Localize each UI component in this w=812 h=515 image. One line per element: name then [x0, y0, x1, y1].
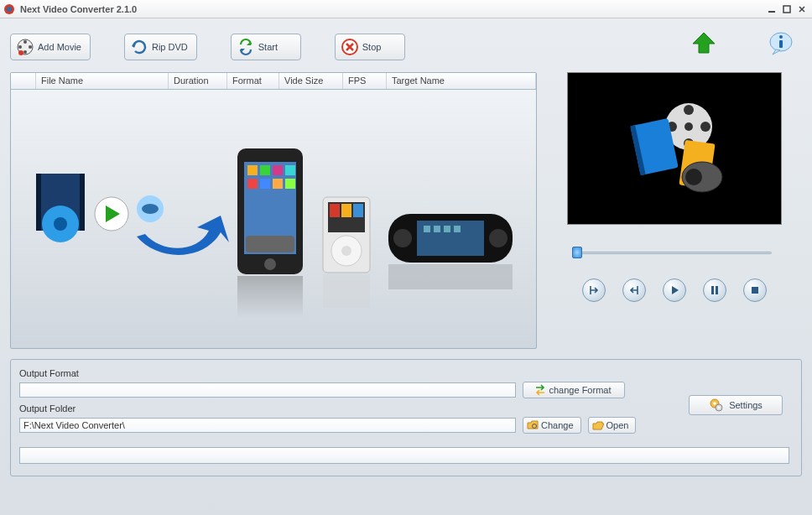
folder-search-icon — [527, 419, 539, 431]
svg-point-9 — [18, 50, 23, 55]
start-label: Start — [258, 42, 278, 52]
col-format[interactable]: Format — [227, 73, 279, 89]
rip-dvd-button[interactable]: Rip DVD — [124, 34, 197, 60]
swap-icon — [534, 383, 547, 397]
maximize-button[interactable] — [780, 3, 794, 15]
col-checkbox[interactable] — [11, 73, 36, 89]
svg-rect-37 — [341, 204, 351, 217]
settings-button[interactable]: Settings — [689, 395, 783, 415]
svg-rect-49 — [237, 276, 303, 318]
col-fps[interactable]: FPS — [343, 73, 387, 89]
svg-rect-46 — [434, 226, 440, 232]
output-folder-label: Output Folder — [19, 403, 793, 414]
svg-point-43 — [393, 229, 412, 247]
stop-label: Stop — [362, 42, 382, 52]
mark-out-button[interactable] — [622, 278, 646, 302]
svg-rect-24 — [247, 165, 258, 175]
svg-rect-30 — [273, 179, 283, 189]
svg-point-6 — [29, 45, 32, 49]
stop-playback-button[interactable] — [743, 278, 767, 302]
dvd-refresh-icon — [130, 38, 148, 56]
add-movie-button[interactable]: Add Movie — [10, 34, 91, 60]
svg-point-5 — [23, 40, 27, 44]
main-toolbar: Add Movie Rip DVD Start Stop — [10, 29, 802, 65]
col-target-name[interactable]: Target Name — [387, 73, 536, 89]
svg-point-18 — [54, 217, 67, 231]
svg-point-8 — [18, 45, 22, 49]
add-movie-label: Add Movie — [38, 42, 81, 52]
svg-point-40 — [341, 246, 351, 256]
window-title: Next Video Converter 2.1.0 — [20, 4, 763, 14]
svg-rect-2 — [768, 11, 775, 13]
background-artwork — [11, 90, 536, 348]
svg-rect-26 — [273, 165, 283, 175]
preview-pane — [567, 72, 782, 225]
output-panel: Output Format change Format Output Folde… — [10, 359, 802, 476]
change-folder-button[interactable]: Change — [523, 417, 581, 434]
svg-rect-12 — [779, 35, 783, 39]
start-button[interactable]: Start — [231, 34, 301, 60]
app-body: Add Movie Rip DVD Start Stop File Name D… — [0, 18, 812, 515]
seek-track — [579, 252, 772, 254]
svg-rect-28 — [247, 179, 258, 189]
svg-point-21 — [142, 204, 159, 214]
svg-rect-65 — [752, 287, 758, 294]
svg-rect-38 — [353, 204, 363, 217]
svg-rect-63 — [711, 286, 714, 294]
change-format-button[interactable]: change Format — [523, 382, 625, 398]
col-file-name[interactable]: File Name — [36, 73, 169, 89]
upload-arrow-icon[interactable] — [690, 31, 718, 55]
minimize-button[interactable] — [765, 3, 778, 15]
mid-row: File Name Duration Format Vide Size FPS … — [10, 72, 802, 349]
output-folder-input[interactable] — [19, 418, 516, 433]
svg-point-44 — [489, 229, 508, 247]
open-folder-label: Open — [606, 420, 629, 430]
svg-rect-64 — [716, 286, 718, 294]
svg-rect-48 — [454, 226, 461, 232]
svg-point-57 — [684, 122, 693, 131]
titlebar: Next Video Converter 2.1.0 — [0, 0, 812, 18]
svg-rect-29 — [260, 179, 270, 189]
info-icon[interactable] — [768, 30, 794, 55]
pause-button[interactable] — [703, 278, 726, 302]
mark-in-button[interactable] — [582, 278, 606, 302]
svg-rect-15 — [36, 174, 41, 231]
settings-label: Settings — [729, 400, 763, 410]
svg-rect-47 — [444, 226, 450, 232]
stop-circle-icon — [341, 38, 359, 56]
close-button[interactable] — [795, 3, 809, 15]
svg-rect-45 — [424, 226, 430, 232]
right-corner-controls — [690, 30, 794, 55]
col-duration[interactable]: Duration — [169, 73, 227, 89]
change-format-label: change Format — [549, 385, 612, 395]
svg-point-33 — [264, 258, 276, 270]
list-header: File Name Duration Format Vide Size FPS … — [11, 73, 536, 90]
film-reel-icon — [16, 38, 34, 56]
svg-point-68 — [713, 402, 716, 405]
refresh-icon — [237, 38, 255, 56]
app-icon — [3, 3, 15, 15]
svg-point-70 — [718, 407, 721, 409]
svg-point-1 — [7, 7, 12, 12]
gear-icon — [709, 398, 724, 413]
svg-rect-32 — [246, 236, 294, 252]
svg-rect-16 — [80, 174, 85, 231]
stop-button[interactable]: Stop — [335, 34, 405, 60]
output-format-input[interactable] — [19, 382, 516, 398]
seek-thumb[interactable] — [572, 247, 582, 258]
svg-rect-51 — [388, 264, 513, 289]
play-button[interactable] — [663, 278, 686, 302]
change-folder-label: Change — [541, 420, 574, 430]
svg-rect-13 — [779, 40, 783, 48]
svg-rect-31 — [285, 179, 295, 189]
open-folder-button[interactable]: Open — [588, 417, 637, 434]
progress-bar — [19, 447, 789, 464]
file-list-panel: File Name Duration Format Vide Size FPS … — [10, 72, 537, 349]
seek-slider[interactable] — [572, 245, 777, 260]
preview-column — [567, 72, 782, 349]
svg-rect-25 — [260, 165, 270, 175]
col-video-size[interactable]: Vide Size — [279, 73, 343, 89]
svg-rect-50 — [323, 274, 370, 308]
svg-point-7 — [23, 50, 27, 54]
svg-point-53 — [684, 105, 694, 115]
